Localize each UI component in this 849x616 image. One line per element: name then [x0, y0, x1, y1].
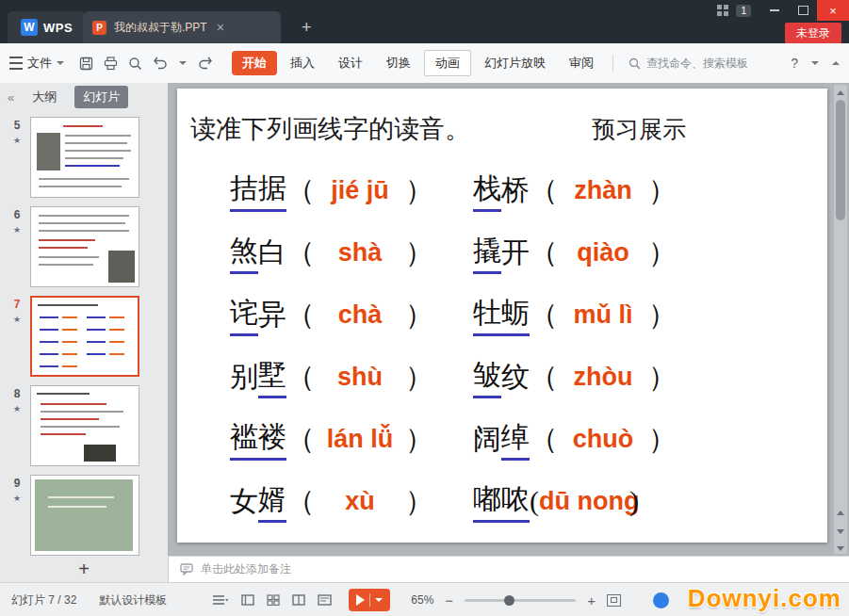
ribbon-tab-design[interactable]: 设计	[328, 51, 373, 75]
file-menu-button[interactable]: 文件	[9, 55, 64, 72]
word-text: 女	[230, 482, 258, 521]
more-commands-chevron-icon[interactable]	[811, 61, 819, 65]
tab-slides[interactable]: 幻灯片	[74, 86, 128, 108]
close-button[interactable]: ×	[817, 0, 849, 21]
word-cell: 女婿（xù）	[230, 480, 433, 523]
save-icon[interactable]	[79, 57, 93, 71]
slide-thumbnail-5[interactable]: 5 ★	[4, 117, 168, 198]
underlined-word-text: 褴褛	[230, 418, 286, 461]
thumb-photo	[35, 479, 133, 551]
pinyin-text: dū nong	[539, 487, 629, 516]
previous-slide-button[interactable]	[834, 505, 847, 520]
word-row: 诧异（chà） 牡蛎（mǔ lì）	[177, 284, 827, 346]
collapse-ribbon-icon[interactable]	[832, 61, 840, 65]
normal-view-icon[interactable]	[241, 594, 254, 606]
add-slide-button[interactable]: +	[78, 559, 90, 578]
close-paren: ）	[648, 358, 677, 397]
document-tab[interactable]: P 我的叔叔于勒.PPT ×	[83, 11, 281, 43]
word-row: 女婿（xù） 嘟哝(dū nong)	[177, 470, 827, 532]
command-search-box[interactable]: 查找命令、搜索模板	[629, 56, 748, 72]
wps-logo-icon: W	[21, 19, 38, 36]
scroll-down-button[interactable]	[834, 543, 847, 554]
notification-badge[interactable]: 1	[736, 5, 751, 17]
slide-thumbnail-6[interactable]: 6 ★	[4, 206, 168, 287]
thumbnail-preview	[30, 206, 139, 287]
thumb-decor	[41, 433, 86, 435]
word-text: 白	[258, 234, 286, 272]
collapse-panel-icon[interactable]: «	[8, 90, 14, 105]
undo-history-chevron-icon[interactable]	[179, 61, 187, 65]
reading-view-icon[interactable]	[292, 594, 305, 606]
print-preview-icon[interactable]	[128, 57, 142, 71]
thumb-decor	[41, 418, 99, 420]
word-text: 异	[258, 296, 286, 334]
zoom-slider-thumb[interactable]	[504, 595, 514, 606]
close-paren: ）	[405, 358, 433, 397]
animation-star-icon: ★	[13, 404, 21, 413]
open-paren: （	[530, 171, 558, 210]
thumbnail-meta: 9 ★	[4, 475, 30, 556]
ribbon-tab-slideshow[interactable]: 幻灯片放映	[474, 51, 556, 75]
notes-page-icon[interactable]	[318, 594, 332, 606]
ribbon-right-controls: ?	[791, 43, 840, 83]
underlined-word-text: 嘟哝	[473, 480, 530, 523]
word-cell: 褴褛（lán lǚ）	[230, 418, 433, 461]
ribbon-divider	[612, 55, 613, 72]
login-button[interactable]: 未登录	[785, 23, 841, 44]
template-name[interactable]: 默认设计模板	[99, 592, 167, 608]
tab-outline[interactable]: 大纲	[24, 86, 65, 108]
zoom-in-button[interactable]: +	[587, 593, 596, 608]
thumbnail-preview	[30, 117, 139, 198]
vertical-scrollbar[interactable]	[834, 85, 847, 554]
slide-thumbnail-9[interactable]: 9 ★	[4, 475, 168, 556]
word-text: 阔	[473, 420, 501, 459]
word-row: 别墅（shù） 皱纹（zhòu）	[177, 346, 827, 408]
slide-canvas: 读准下列画线字的读音。 预习展示 拮据（jié jū） 栈桥（zhàn） 煞白（…	[168, 83, 849, 556]
slide-sorter-icon[interactable]	[267, 594, 280, 606]
open-paren: （	[286, 296, 315, 334]
scrollbar-thumb[interactable]	[836, 100, 845, 220]
notes-toggle-icon[interactable]	[212, 594, 229, 606]
view-switcher	[212, 594, 332, 606]
play-slideshow-button[interactable]	[349, 589, 390, 611]
play-options-chevron-icon[interactable]	[375, 598, 383, 602]
ribbon-tab-animation[interactable]: 动画	[424, 50, 471, 76]
file-menu-label: 文件	[27, 55, 52, 72]
zoom-level[interactable]: 65%	[407, 593, 433, 607]
redo-icon[interactable]	[197, 57, 213, 70]
new-tab-button[interactable]: +	[302, 19, 312, 36]
slide-thumbnail-7-current[interactable]: 7 ★	[4, 296, 168, 377]
thumb-decor	[41, 411, 123, 413]
ribbon-tab-review[interactable]: 审阅	[559, 51, 604, 75]
wps-home-button[interactable]: W WPS	[8, 11, 86, 43]
undo-icon[interactable]	[153, 57, 169, 70]
help-icon[interactable]: ?	[791, 56, 798, 71]
triangle-up-icon	[837, 511, 844, 515]
zoom-slider[interactable]	[465, 599, 576, 602]
apps-grid-icon[interactable]	[717, 5, 728, 16]
notes-input[interactable]: 单击此处添加备注	[169, 556, 849, 582]
print-icon[interactable]	[104, 57, 118, 71]
open-paren: （	[286, 358, 315, 397]
thumb-decor	[40, 353, 58, 355]
ribbon-tab-transition[interactable]: 切换	[376, 51, 421, 75]
tab-close-icon[interactable]: ×	[217, 21, 224, 34]
word-cell: 拮据（jié jū）	[230, 170, 433, 212]
ribbon-tab-insert[interactable]: 插入	[280, 51, 325, 75]
thumb-decor	[109, 341, 124, 343]
button-divider	[369, 593, 370, 607]
slide-thumbnail-8[interactable]: 8 ★	[4, 385, 168, 466]
current-slide[interactable]: 读准下列画线字的读音。 预习展示 拮据（jié jū） 栈桥（zhàn） 煞白（…	[177, 89, 827, 543]
ribbon-tab-home[interactable]: 开始	[232, 51, 277, 75]
next-slide-button[interactable]	[834, 524, 847, 539]
open-paren: （	[530, 296, 558, 334]
maximize-button[interactable]	[789, 0, 817, 21]
thumb-decor	[109, 353, 124, 355]
underlined-word-text: 撬	[473, 232, 501, 274]
sidebar-footer: +	[0, 556, 169, 582]
zoom-out-button[interactable]: −	[445, 593, 453, 608]
scroll-up-button[interactable]	[834, 87, 847, 98]
minimize-button[interactable]	[760, 0, 789, 21]
promo-icon[interactable]	[653, 592, 669, 608]
fit-to-window-icon[interactable]	[607, 594, 621, 607]
